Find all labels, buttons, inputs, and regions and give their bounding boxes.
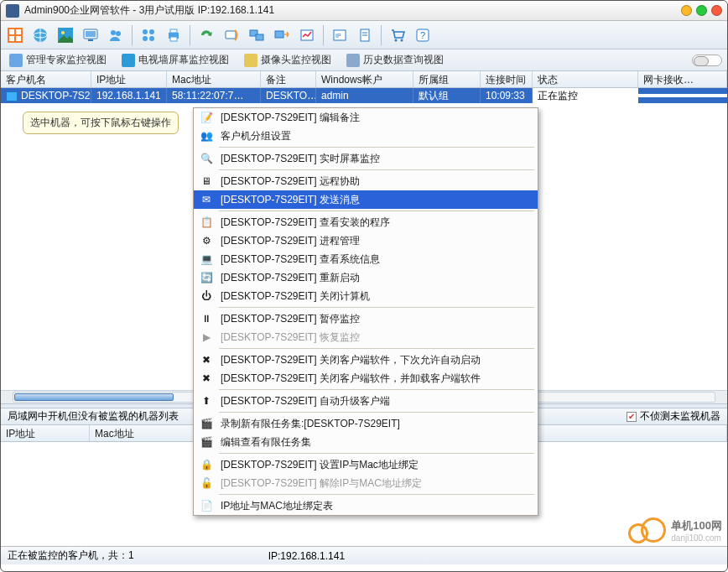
cell-nic xyxy=(638,94,727,97)
menu-item-icon: 💻 xyxy=(199,252,214,267)
menu-item-icon: 🔓 xyxy=(199,476,214,491)
toolbar-terminal-icon[interactable]: IP xyxy=(329,24,351,46)
context-menu-item[interactable]: ✖[DESKTOP-7S29EIT] 关闭客户端软件，下次允许自动启动 xyxy=(194,351,538,369)
col-note[interactable]: 备注 xyxy=(261,71,316,87)
col-mac[interactable]: Mac地址 xyxy=(167,71,261,87)
context-menu-item[interactable]: ⚙[DESKTOP-7S29EIT] 进程管理 xyxy=(194,231,538,250)
svg-rect-21 xyxy=(170,37,177,41)
maximize-button[interactable] xyxy=(696,5,707,16)
context-menu-item: 🔓[DESKTOP-7S29EIT] 解除IP与MAC地址绑定 xyxy=(194,474,538,492)
grid-header: 客户机名 IP地址 Mac地址 备注 Windows帐户 所属组 连接时间 状态… xyxy=(1,71,727,88)
cell-ip: 192.168.1.141 xyxy=(91,88,167,103)
checkbox-label: 不侦测未监视机器 xyxy=(640,409,720,424)
menu-item-icon: 🔄 xyxy=(199,270,214,285)
menu-item-icon: ⏸ xyxy=(199,311,214,326)
context-menu-item[interactable]: 🔄[DESKTOP-7S29EIT] 重新启动 xyxy=(194,268,538,287)
context-menu-item[interactable]: 🖥[DESKTOP-7S29EIT] 远程协助 xyxy=(194,172,538,190)
col-group[interactable]: 所属组 xyxy=(413,71,481,87)
col2-ip[interactable]: IP地址 xyxy=(1,425,90,441)
menu-item-icon: 🔍 xyxy=(199,151,214,166)
svg-point-17 xyxy=(143,36,148,41)
toolbar-image-icon[interactable] xyxy=(55,24,76,46)
menu-item-icon: 📄 xyxy=(199,498,214,513)
wall-icon xyxy=(122,54,135,67)
menu-item-label: [DESKTOP-7S29EIT] 关闭客户端软件，下次允许自动启动 xyxy=(221,353,481,367)
context-menu-item[interactable]: 🎬录制新有限任务集:[DESKTOP-7S29EIT] xyxy=(194,414,538,433)
context-menu-item[interactable]: 🔒[DESKTOP-7S29EIT] 设置IP与Mac地址绑定 xyxy=(194,455,538,474)
context-menu-item[interactable]: 👥客户机分组设置 xyxy=(194,127,538,145)
toolbar-sync-icon[interactable] xyxy=(195,24,217,46)
close-button[interactable] xyxy=(711,5,722,16)
toolbar-screens-icon[interactable] xyxy=(246,24,268,46)
toolbar-globe-icon[interactable] xyxy=(29,24,51,46)
scroll-thumb[interactable] xyxy=(14,393,174,401)
menu-item-label: 录制新有限任务集:[DESKTOP-7S29EIT] xyxy=(221,417,400,431)
toolbar-users-icon[interactable] xyxy=(105,24,127,46)
expert-icon xyxy=(9,54,23,67)
col-nic[interactable]: 网卡接收… xyxy=(638,71,727,87)
col-user[interactable]: Windows帐户 xyxy=(316,71,413,87)
menu-item-icon: 🖥 xyxy=(199,174,214,189)
no-detect-checkbox[interactable]: ✔ 不侦测未监视机器 xyxy=(627,409,720,424)
cell-time: 10:09:33 xyxy=(481,88,533,103)
svg-rect-2 xyxy=(16,29,21,34)
toolbar-tile-icon[interactable] xyxy=(4,24,26,46)
context-menu-item[interactable]: 💻[DESKTOP-7S29EIT] 查看系统信息 xyxy=(194,250,538,268)
tab-wall-view[interactable]: 电视墙屏幕监控视图 xyxy=(118,51,232,69)
toolbar-cart-icon[interactable] xyxy=(387,24,408,46)
context-menu[interactable]: 📝[DESKTOP-7S29EIT] 编辑备注👥客户机分组设置🔍[DESKTOP… xyxy=(193,107,538,516)
minimize-button[interactable] xyxy=(681,5,692,16)
toolbar-broadcast-icon[interactable] xyxy=(221,24,242,46)
tab-history-view[interactable]: 历史数据查询视图 xyxy=(343,51,447,69)
logo-sub: danji100.com xyxy=(671,533,722,543)
cell-mac: 58:11:22:07:7… xyxy=(167,88,261,103)
svg-point-15 xyxy=(143,29,148,34)
logo-icon xyxy=(641,517,666,543)
context-menu-item: ▶[DESKTOP-7S29EIT] 恢复监控 xyxy=(194,328,538,346)
svg-rect-1 xyxy=(9,29,14,34)
svg-point-32 xyxy=(395,39,398,41)
menu-item-label: 客户机分组设置 xyxy=(221,129,291,143)
pane2-title: 局域网中开机但没有被监视的机器列表 xyxy=(8,409,179,424)
svg-rect-25 xyxy=(275,31,283,38)
col-time[interactable]: 连接时间 xyxy=(481,71,533,87)
toolbar-share-icon[interactable] xyxy=(271,24,293,46)
menu-item-icon: ⏻ xyxy=(199,289,214,304)
svg-point-16 xyxy=(149,29,154,34)
tab-label: 管理专家监控视图 xyxy=(26,53,107,67)
toolbar-chart-icon[interactable] xyxy=(296,24,318,46)
col-host[interactable]: 客户机名 xyxy=(1,71,91,87)
view-toggle[interactable] xyxy=(692,55,722,66)
menu-item-icon: 📋 xyxy=(199,215,214,230)
col-ip[interactable]: IP地址 xyxy=(91,71,167,87)
svg-rect-20 xyxy=(170,29,177,33)
context-menu-item[interactable]: 📄IP地址与MAC地址绑定表 xyxy=(194,497,538,515)
context-menu-item[interactable]: ⏸[DESKTOP-7S29EIT] 暂停监控 xyxy=(194,309,538,328)
table-row[interactable]: DESKTOP-7S2… 192.168.1.141 58:11:22:07:7… xyxy=(1,88,727,103)
toolbar-monitor-icon[interactable] xyxy=(80,24,101,46)
menu-item-label: [DESKTOP-7S29EIT] 查看安装的程序 xyxy=(221,216,390,230)
toolbar-help-icon[interactable]: ? xyxy=(412,24,434,46)
status-count: 正在被监控的客户机，共：1 xyxy=(8,549,134,563)
toolbar-doc-icon[interactable] xyxy=(354,24,376,46)
app-icon xyxy=(6,4,19,18)
watermark-logo: 单机100网 danji100.com xyxy=(641,517,722,543)
tab-expert-view[interactable]: 管理专家监控视图 xyxy=(6,51,110,69)
context-menu-item[interactable]: ⬆[DESKTOP-7S29EIT] 自动升级客户端 xyxy=(194,392,538,410)
context-menu-item[interactable]: ✖[DESKTOP-7S29EIT] 关闭客户端软件，并卸载客户端软件 xyxy=(194,369,538,387)
col-status[interactable]: 状态 xyxy=(533,71,638,87)
menu-item-label: [DESKTOP-7S29EIT] 发送消息 xyxy=(221,193,360,207)
menu-item-icon: 🎬 xyxy=(199,434,214,450)
context-menu-item[interactable]: ⏻[DESKTOP-7S29EIT] 关闭计算机 xyxy=(194,287,538,305)
menu-item-icon: ✖ xyxy=(199,371,214,386)
title-bar: Admin900企业网管软件 - 3用户试用版 IP:192.168.1.141 xyxy=(1,1,727,21)
svg-point-18 xyxy=(149,36,154,41)
tab-camera-view[interactable]: 摄像头监控视图 xyxy=(241,51,335,69)
toolbar-print-icon[interactable] xyxy=(163,24,185,46)
context-menu-item[interactable]: 📋[DESKTOP-7S29EIT] 查看安装的程序 xyxy=(194,213,538,231)
context-menu-item[interactable]: 🎬编辑查看有限任务集 xyxy=(194,433,538,451)
context-menu-item[interactable]: 🔍[DESKTOP-7S29EIT] 实时屏幕监控 xyxy=(194,149,538,168)
toolbar-grid-icon[interactable] xyxy=(138,24,159,46)
context-menu-item[interactable]: ✉[DESKTOP-7S29EIT] 发送消息 xyxy=(194,190,538,209)
context-menu-item[interactable]: 📝[DESKTOP-7S29EIT] 编辑备注 xyxy=(194,108,538,127)
